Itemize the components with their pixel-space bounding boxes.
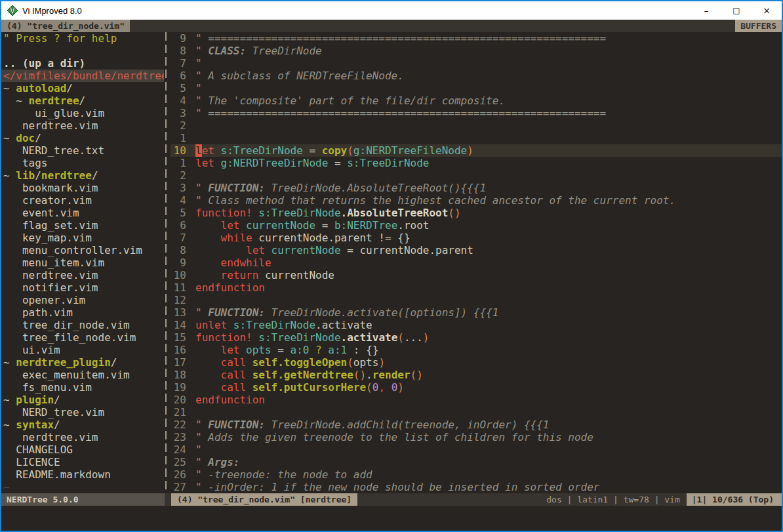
tree-item[interactable]: ~ lib/nerdtree/ bbox=[1, 169, 164, 182]
tree-item[interactable]: ui.vim bbox=[1, 344, 164, 356]
tree-item[interactable]: LICENCE bbox=[1, 456, 164, 468]
code-line[interactable]: 4" Class method that returns the highest… bbox=[171, 194, 782, 207]
code-line-current[interactable]: 10let s:TreeDirNode = copy(g:NERDTreeFil… bbox=[171, 144, 782, 157]
tree-item[interactable]: exec_menuitem.vim bbox=[1, 369, 164, 381]
tree-item[interactable]: nerdtree.vim bbox=[1, 269, 164, 281]
code-line[interactable]: 5" bbox=[171, 82, 782, 94]
code-token: g:NERDTreeFileNode bbox=[353, 144, 467, 157]
code-token: " bbox=[195, 82, 202, 94]
tree-item[interactable]: bookmark.vim bbox=[1, 182, 164, 194]
tree-item[interactable]: tree_file_node.vim bbox=[1, 331, 164, 344]
code-line[interactable]: 7" bbox=[171, 57, 782, 70]
code-line[interactable]: 11endfunction bbox=[171, 281, 782, 294]
tree-item[interactable]: ~ doc/ bbox=[1, 132, 164, 144]
code-line[interactable]: 18 call self.getNerdtree().render() bbox=[171, 369, 782, 381]
code-token: README.markdown bbox=[3, 468, 111, 481]
code-line[interactable]: 6 let currentNode = b:NERDTree.root bbox=[171, 219, 782, 232]
code-line[interactable]: 1 bbox=[171, 132, 782, 144]
code-line[interactable]: 1let g:NERDTreeDirNode = s:TreeDirNode bbox=[171, 157, 782, 169]
tree-item[interactable]: key_map.vim bbox=[1, 232, 164, 244]
tree-item[interactable]: ~ autoload/ bbox=[1, 82, 164, 94]
nerdtree-root-path[interactable]: </vimfiles/bundle/nerdtree/ bbox=[1, 70, 164, 82]
code-line[interactable]: 8 let currentNode = currentNode.parent bbox=[171, 244, 782, 256]
tree-item[interactable]: opener.vim bbox=[1, 294, 164, 306]
tree-item[interactable]: ~ bbox=[1, 481, 164, 493]
close-button[interactable]: × bbox=[752, 1, 782, 20]
code-line[interactable]: 9 endwhile bbox=[171, 256, 782, 269]
line-number: 27 bbox=[171, 481, 186, 493]
code-line[interactable]: 14unlet s:TreeDirNode.activate bbox=[171, 319, 782, 331]
code-line[interactable]: 24" bbox=[171, 443, 782, 456]
code-line[interactable]: 7 while currentNode.parent != {} bbox=[171, 232, 782, 244]
tree-item[interactable]: ~ nerdtree_plugin/ bbox=[1, 356, 164, 369]
code-line[interactable]: 20endfunction bbox=[171, 394, 782, 406]
tree-item[interactable]: path.vim bbox=[1, 306, 164, 319]
command-line[interactable] bbox=[1, 506, 782, 531]
tree-item[interactable]: ~ plugin/ bbox=[1, 394, 164, 406]
tree-item[interactable]: README.markdown bbox=[1, 468, 164, 481]
code-token: self.getNerdtree bbox=[252, 369, 353, 381]
nerdtree-status: NERDTree 5.0.0 bbox=[1, 493, 165, 506]
code-line[interactable]: 3" =====================================… bbox=[171, 107, 782, 119]
tree-item[interactable]: fs_menu.vim bbox=[1, 381, 164, 394]
tree-item[interactable]: " Press ? for help bbox=[1, 32, 164, 45]
code-line[interactable]: 26" -treenode: the node to add bbox=[171, 468, 782, 481]
code-line[interactable]: 12 bbox=[171, 294, 782, 306]
code-token: ~ bbox=[3, 356, 16, 369]
code-line[interactable]: 2 bbox=[171, 169, 782, 182]
tree-item[interactable]: event.vim bbox=[1, 207, 164, 219]
code-token bbox=[214, 144, 221, 157]
tree-item[interactable]: nerdtree.vim bbox=[1, 119, 164, 132]
tree-item[interactable]: ui_glue.vim bbox=[1, 107, 164, 119]
code-token: FUNCTION: bbox=[208, 306, 265, 319]
code-token: FUNCTION: bbox=[208, 182, 265, 194]
line-number: 1 bbox=[171, 132, 186, 144]
code-line[interactable]: 15function! s:TreeDirNode.activate(...) bbox=[171, 331, 782, 344]
code-line[interactable]: 25" Args: bbox=[171, 456, 782, 468]
code-line[interactable]: 21 bbox=[171, 406, 782, 419]
code-line[interactable]: 23" Adds the given treenode to the list … bbox=[171, 431, 782, 443]
tree-item[interactable]: menu_item.vim bbox=[1, 256, 164, 269]
buffers-tab[interactable]: BUFFERS bbox=[735, 20, 782, 32]
tab-tree-dir-node[interactable]: (4) "tree_dir_node.vim" bbox=[1, 20, 130, 32]
tree-item[interactable]: nerdtree.vim bbox=[1, 431, 164, 443]
code-line[interactable]: 22" FUNCTION: TreeDirNode.addChild(treen… bbox=[171, 419, 782, 431]
line-number: 1 bbox=[171, 157, 186, 169]
tree-item[interactable]: .. (up a dir) bbox=[1, 57, 164, 70]
code-line[interactable]: 13" FUNCTION: TreeDirNode.activate([opti… bbox=[171, 306, 782, 319]
tree-item[interactable]: menu_controller.vim bbox=[1, 244, 164, 256]
code-line[interactable]: 4" The 'composite' part of the file/dir … bbox=[171, 94, 782, 107]
minimize-button[interactable]: – bbox=[691, 1, 721, 20]
code-line[interactable]: 6" A subclass of NERDTreeFileNode. bbox=[171, 70, 782, 82]
code-token: .. (up a dir) bbox=[3, 57, 85, 70]
code-token: let bbox=[195, 157, 214, 169]
code-token: a:1 bbox=[328, 344, 347, 356]
tree-item[interactable]: ~ nerdtree/ bbox=[1, 94, 164, 107]
status-filler bbox=[357, 493, 546, 506]
tree-item[interactable]: flag_set.vim bbox=[1, 219, 164, 232]
tree-item[interactable]: CHANGELOG bbox=[1, 443, 164, 456]
code-line[interactable]: 19 call self.putCursorHere(0, 0) bbox=[171, 381, 782, 394]
code-token: a:0 bbox=[291, 344, 310, 356]
code-line[interactable]: 10 return currentNode bbox=[171, 269, 782, 281]
maximize-button[interactable]: □ bbox=[721, 1, 752, 20]
window-separator[interactable] bbox=[164, 32, 171, 493]
tree-item[interactable] bbox=[1, 45, 164, 57]
code-line[interactable]: 8" CLASS: TreeDirNode bbox=[171, 45, 782, 57]
code-token: call bbox=[221, 381, 247, 394]
code-line[interactable]: 17 call self.toggleOpen(opts) bbox=[171, 356, 782, 369]
code-line[interactable]: 27" -inOrder: 1 if the new node should b… bbox=[171, 481, 782, 493]
tree-item[interactable]: tags bbox=[1, 157, 164, 169]
code-line[interactable]: 16 let opts = a:0 ? a:1 : {} bbox=[171, 344, 782, 356]
code-line[interactable]: 3" FUNCTION: TreeDirNode.AbsoluteTreeRoo… bbox=[171, 182, 782, 194]
tree-item[interactable]: NERD_tree.vim bbox=[1, 406, 164, 419]
tree-item[interactable]: tree_dir_node.vim bbox=[1, 319, 164, 331]
tree-item[interactable]: ~ syntax/ bbox=[1, 419, 164, 431]
tree-item[interactable]: NERD_tree.txt bbox=[1, 144, 164, 157]
code-line[interactable]: 9" =====================================… bbox=[171, 32, 782, 45]
code-line[interactable]: 2 bbox=[171, 119, 782, 132]
code-line[interactable]: 5function! s:TreeDirNode.AbsoluteTreeRoo… bbox=[171, 207, 782, 219]
code-token: / bbox=[66, 82, 73, 94]
tree-item[interactable]: notifier.vim bbox=[1, 281, 164, 294]
tree-item[interactable]: creator.vim bbox=[1, 194, 164, 207]
